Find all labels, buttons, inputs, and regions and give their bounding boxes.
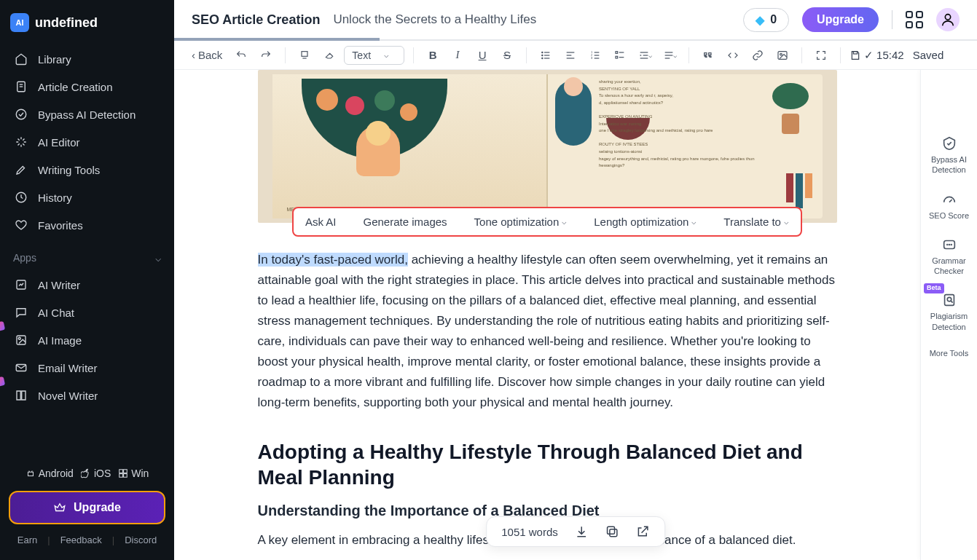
right-tools-panel: Bypass AI Detection SEO Score Grammar Ch… <box>920 70 977 560</box>
word-count: 1051 words <box>501 526 558 538</box>
app-label: AI Chat <box>38 307 74 319</box>
back-label: Back <box>198 49 222 61</box>
svg-point-45 <box>949 244 949 245</box>
main: SEO Article Creation Unlock the Secrets … <box>174 0 977 560</box>
upgrade-button[interactable]: Upgrade <box>9 491 165 524</box>
open-external-button[interactable] <box>635 524 650 539</box>
hero-image: MEDITATION Balance is a function of not … <box>258 70 837 223</box>
link-discord[interactable]: Discord <box>125 535 157 545</box>
strike-button[interactable]: S <box>497 45 517 66</box>
platform-win[interactable]: Win <box>118 468 149 479</box>
tool-plagiarism[interactable]: BetaPlagiarism Detection <box>921 292 977 332</box>
align-button[interactable] <box>560 45 581 66</box>
nav-label: Bypass AI Detection <box>38 109 136 121</box>
platform-ios[interactable]: iOS <box>81 468 111 479</box>
list-ul-button[interactable] <box>535 45 556 66</box>
list-ol-button[interactable]: 123 <box>585 45 605 66</box>
tool-more[interactable]: More Tools <box>927 348 972 358</box>
align-menu-button[interactable]: ⌵ <box>659 45 680 66</box>
generate-images-button[interactable]: Generate images <box>364 216 447 228</box>
nav-article-creation[interactable]: Article Creation <box>0 73 174 100</box>
document-icon <box>15 80 28 93</box>
apps-grid-icon[interactable] <box>906 11 923 28</box>
paragraph[interactable]: In today's fast-paced world, achieving a… <box>258 250 837 413</box>
app-email-writer[interactable]: Email Writer <box>0 354 174 382</box>
app-ai-writer[interactable]: AI Writer <box>0 271 174 299</box>
svg-rect-31 <box>616 56 618 58</box>
link-earn[interactable]: Earn <box>17 535 37 545</box>
upgrade-top-button[interactable]: Upgrade <box>802 7 879 32</box>
app-novel-writer[interactable]: Novel Writer <box>0 382 174 409</box>
underline-button[interactable]: U <box>472 45 493 66</box>
app-label: Email Writer <box>38 362 97 374</box>
sidebar-bottom: Android iOS Win Upgrade Earn| Feedback| … <box>0 460 174 551</box>
link-feedback[interactable]: Feedback <box>60 535 102 545</box>
svg-rect-47 <box>944 295 954 306</box>
brand-name: undefined <box>35 15 98 31</box>
save-status: ✓ 15:42 Saved <box>850 49 943 62</box>
translate-button[interactable]: Translate to⌵ <box>723 216 789 228</box>
svg-rect-11 <box>119 474 123 478</box>
ask-ai-button[interactable]: Ask AI <box>305 216 337 228</box>
download-button[interactable] <box>574 524 589 539</box>
erase-button[interactable] <box>319 45 340 66</box>
nav-writing-tools[interactable]: Writing Tools <box>0 156 174 184</box>
bold-button[interactable]: B <box>423 45 443 66</box>
tool-grammar[interactable]: Grammar Checker <box>921 237 977 277</box>
platform-android[interactable]: Android <box>25 468 74 479</box>
fullscreen-button[interactable] <box>811 45 831 66</box>
credits-pill[interactable]: ◆0 <box>743 8 789 32</box>
write-icon <box>15 278 28 291</box>
paragraph-text: achieving a healthy lifestyle can often … <box>258 253 836 409</box>
breadcrumb-root[interactable]: SEO Article Creation <box>192 12 320 28</box>
italic-button[interactable]: I <box>447 45 468 66</box>
checklist-button[interactable] <box>610 45 630 66</box>
app-ai-chat[interactable]: AI Chat <box>0 299 174 326</box>
tool-bypass-ai[interactable]: Bypass AI Detection <box>921 135 977 176</box>
nav-bypass[interactable]: Bypass AI Detection <box>0 100 174 128</box>
link-button[interactable] <box>748 45 768 66</box>
heading-h2[interactable]: Adopting a Healthy Lifestyle Through Bal… <box>258 439 837 490</box>
quote-button[interactable] <box>698 45 718 66</box>
app-ai-image[interactable]: AI Image <box>0 326 174 354</box>
tool-seo-score[interactable]: SEO Score <box>926 192 972 221</box>
tone-optimization-button[interactable]: Tone optimization⌵ <box>474 216 568 228</box>
redo-button[interactable] <box>256 45 276 66</box>
undo-button[interactable] <box>231 45 251 66</box>
svg-point-7 <box>18 337 20 339</box>
avatar[interactable] <box>936 8 960 31</box>
apps-label: Apps <box>13 252 36 264</box>
progress-indicator <box>174 38 380 41</box>
editor-scroll[interactable]: MEDITATION Balance is a function of not … <box>174 70 920 560</box>
clock-icon <box>15 191 28 204</box>
platforms: Android iOS Win <box>0 460 174 486</box>
nav-favorites[interactable]: Favorites <box>0 211 174 239</box>
svg-rect-14 <box>302 51 307 56</box>
code-button[interactable] <box>723 45 743 66</box>
logo[interactable]: AI undefined <box>0 9 174 45</box>
divider <box>892 10 892 29</box>
book-icon <box>15 389 28 402</box>
chevron-down-icon: ⌵ <box>155 252 161 264</box>
highlighted-text: In today's fast-paced world, <box>258 253 408 267</box>
check-shield-icon <box>15 108 28 121</box>
insert-image-button[interactable] <box>772 45 793 66</box>
apps-header[interactable]: Apps⌵ <box>0 245 174 271</box>
article-body[interactable]: In today's fast-paced world, achieving a… <box>258 250 837 551</box>
highlight-button[interactable] <box>294 45 315 66</box>
logo-icon: AI <box>10 13 29 32</box>
nav-library[interactable]: Library <box>0 45 174 73</box>
copy-button[interactable] <box>605 524 619 539</box>
back-button[interactable]: ‹Back <box>187 49 227 61</box>
credits-value: 0 <box>770 13 777 26</box>
nav-ai-editor[interactable]: AI Editor <box>0 128 174 156</box>
nav-label: Favorites <box>38 219 83 232</box>
sparkle-icon <box>15 135 28 149</box>
length-optimization-button[interactable]: Length optimization⌵ <box>594 216 697 228</box>
block-type-select[interactable]: Text <box>344 46 404 65</box>
svg-rect-9 <box>119 470 123 473</box>
nav-label: History <box>38 192 72 204</box>
nav-label: AI Editor <box>38 136 80 149</box>
indent-button[interactable]: ⌵ <box>635 45 655 66</box>
nav-history[interactable]: History <box>0 184 174 211</box>
